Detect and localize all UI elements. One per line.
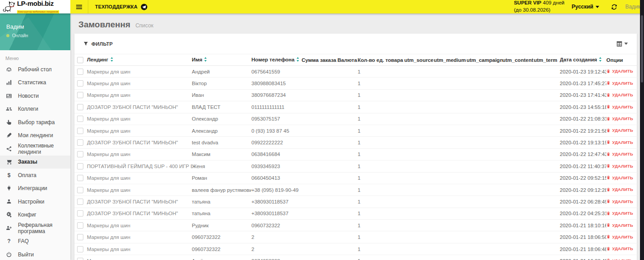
filter-label: ФИЛЬТР [91,41,113,47]
cell-utm_source [404,78,434,89]
cell-name: Иван [192,89,251,101]
row-checkbox[interactable] [77,187,83,193]
column-header-name[interactable]: Имя [192,54,251,66]
row-checkbox[interactable] [77,139,83,146]
delete-button[interactable]: УДАЛИТЬ [606,164,633,169]
cell-phone: 0 (93) 193 87 45 [251,125,302,136]
cell-utm_medium [434,113,467,125]
row-checkbox[interactable] [77,128,83,134]
row-checkbox[interactable] [77,104,83,110]
cell-utm_content [502,137,534,148]
refresh-button[interactable] [606,4,622,10]
cell-utm_campaign [467,220,502,231]
delete-button-label: УДАЛИТЬ [612,116,633,121]
cell-qty: 1 [358,89,404,101]
delete-button[interactable]: УДАЛИТЬ [606,92,633,97]
sidebar-item-colleagues[interactable]: Коллеги [0,103,70,116]
cell-created: 2020-01-21 18:10:16 [560,220,606,231]
cell-currency [337,196,358,208]
row-checkbox[interactable] [77,116,83,122]
cell-name: Роман [192,172,251,184]
cell-utm_campaign [467,231,502,243]
sidebar-item-config[interactable]: Конфиг [0,208,70,222]
columns-toggle-button[interactable] [616,41,628,47]
table-row: Маркеры для шинАлександр0 (93) 193 87 45… [74,125,637,136]
sidebar-item-faq[interactable]: ?FAQ [0,235,70,248]
language-dropdown[interactable]: Русский [572,4,600,10]
sidebar-item-my-landings[interactable]: Мои лендинги [0,129,70,143]
cell-utm_term [534,101,560,113]
select-all-checkbox[interactable] [77,57,83,63]
row-checkbox[interactable] [77,80,83,87]
column-header-label: Сумма заказа [302,57,336,63]
cell-utm_term [534,231,560,243]
delete-button[interactable]: УДАЛИТЬ [606,258,633,260]
delete-button[interactable]: УДАЛИТЬ [606,234,633,239]
row-checkbox[interactable] [77,163,83,169]
delete-button[interactable]: УДАЛИТЬ [606,175,633,180]
cell-qty: 1 [358,231,404,243]
row-checkbox[interactable] [77,258,83,260]
column-header-label: Кол-во ед. товара [358,57,403,63]
row-checkbox[interactable] [77,234,83,240]
cell-landing: Маркеры для шин [87,220,192,231]
sidebar-item-orders[interactable]: Заказы [0,156,70,169]
sidebar-item-settings[interactable]: Настройки [0,195,70,208]
support-button[interactable]: ТЕХПОДДЕРЖКА [88,0,154,13]
cell-select [74,208,87,219]
delete-button[interactable]: УДАЛИТЬ [606,211,633,216]
cell-sum [302,137,337,148]
sidebar-item-workspace[interactable]: Рабочий стол [0,63,70,76]
cell-utm_medium [434,66,467,78]
delete-button[interactable]: УДАЛИТЬ [606,81,633,86]
cell-utm_campaign [467,125,502,136]
delete-button[interactable]: УДАЛИТЬ [606,128,633,133]
cell-qty: 1 [358,208,404,219]
logo-title: LP-mobi.biz [17,0,59,7]
filter-button[interactable]: ФИЛЬТР [83,41,113,47]
row-checkbox[interactable] [77,199,83,205]
scrollbar-thumb[interactable] [641,15,643,82]
hamburger-menu-button[interactable] [70,0,88,13]
delete-button-label: УДАЛИТЬ [612,223,633,228]
delete-button[interactable]: УДАЛИТЬ [606,187,633,192]
cell-sum [302,220,337,231]
table-row: Маркеры для шинИван38097668723412020-01-… [74,89,637,101]
row-checkbox[interactable] [77,92,83,98]
trash-icon [606,104,610,109]
delete-button[interactable]: УДАЛИТЬ [606,69,633,74]
cell-name: Віктор [192,78,251,89]
cell-qty: 1 [358,243,404,255]
sidebar-item-integrations[interactable]: Интеграции [0,182,70,195]
delete-button[interactable]: УДАЛИТЬ [606,140,633,145]
sidebar-item-statistics[interactable]: Статистика [0,76,70,90]
sidebar-item-referral[interactable]: Реферальная программа [0,221,70,235]
row-checkbox[interactable] [77,246,83,252]
delete-button[interactable]: УДАЛИТЬ [606,199,633,204]
column-header-created[interactable]: Дата создания [560,54,606,66]
delete-button[interactable]: УДАЛИТЬ [606,223,633,228]
sidebar-item-collective-landings[interactable]: Коллективные лендинги [0,142,70,156]
vertical-scrollbar[interactable] [640,0,644,260]
delete-button[interactable]: УДАЛИТЬ [606,246,633,251]
cell-qty: 1 [358,255,404,260]
table-body: Маркеры для шинАндрей067564155912020-01-… [74,66,637,260]
row-checkbox[interactable] [77,175,83,181]
row-checkbox[interactable] [77,69,83,75]
row-checkbox[interactable] [77,222,83,229]
sidebar-item-tariff[interactable]: Выбор тарифа [0,116,70,129]
sidebar-item-payment[interactable]: $Оплата [0,169,70,182]
sidebar-item-news[interactable]: Новости [0,89,70,103]
cell-currency [337,160,358,172]
column-header-landing[interactable]: Лендинг [87,54,192,66]
logo[interactable]: LP-mobi.biz Конструктор мобильных лендин… [0,0,70,13]
column-header-phone[interactable]: Номер телефона [251,54,302,66]
delete-button[interactable]: УДАЛИТЬ [606,152,633,156]
cell-phone: 0660450413 [251,172,302,184]
delete-button[interactable]: УДАЛИТЬ [606,116,633,121]
row-checkbox[interactable] [77,210,83,217]
delete-button[interactable]: УДАЛИТЬ [606,104,633,109]
sidebar-item-logout[interactable]: Выйти [0,248,70,260]
row-checkbox[interactable] [77,151,83,157]
cell-qty: 1 [358,220,404,231]
